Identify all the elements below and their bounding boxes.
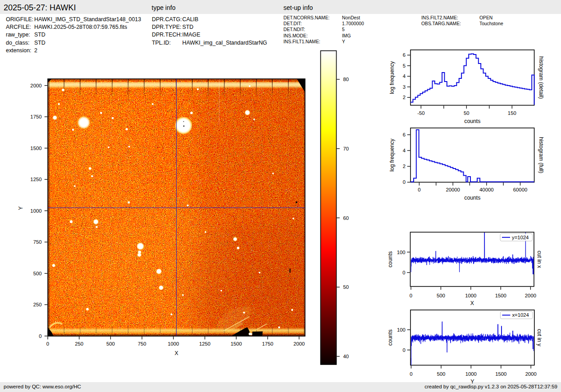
svg-text:150: 150 bbox=[508, 110, 516, 116]
svg-text:counts: counts bbox=[464, 118, 480, 124]
svg-text:60: 60 bbox=[343, 215, 349, 221]
svg-text:2000: 2000 bbox=[293, 341, 305, 346]
svg-text:Y: Y bbox=[470, 378, 474, 385]
svg-text:250: 250 bbox=[75, 341, 83, 346]
svg-text:1750: 1750 bbox=[262, 341, 273, 346]
svg-text:0: 0 bbox=[418, 187, 420, 192]
svg-text:4: 4 bbox=[403, 73, 406, 79]
svg-text:80: 80 bbox=[343, 77, 349, 82]
svg-text:3: 3 bbox=[403, 84, 406, 90]
svg-text:100: 100 bbox=[397, 327, 406, 333]
svg-text:cut in y: cut in y bbox=[536, 329, 543, 347]
svg-text:1500: 1500 bbox=[495, 293, 506, 298]
svg-text:6: 6 bbox=[403, 132, 406, 137]
svg-text:50: 50 bbox=[343, 284, 349, 290]
svg-text:0: 0 bbox=[403, 179, 406, 185]
svg-text:0: 0 bbox=[46, 341, 49, 346]
svg-text:5: 5 bbox=[403, 63, 406, 68]
svg-text:4: 4 bbox=[403, 148, 406, 153]
svg-text:500: 500 bbox=[437, 293, 445, 298]
svg-text:500: 500 bbox=[437, 371, 445, 377]
svg-text:1250: 1250 bbox=[199, 341, 210, 346]
svg-text:0: 0 bbox=[410, 293, 412, 298]
svg-text:2: 2 bbox=[403, 95, 406, 100]
svg-text:40000: 40000 bbox=[479, 187, 493, 192]
svg-text:750: 750 bbox=[33, 239, 42, 245]
svg-text:500: 500 bbox=[106, 341, 115, 346]
svg-text:60000: 60000 bbox=[513, 187, 527, 192]
svg-text:250: 250 bbox=[33, 302, 42, 307]
svg-text:50: 50 bbox=[464, 110, 470, 116]
svg-text:log frequency: log frequency bbox=[389, 61, 395, 94]
svg-text:0: 0 bbox=[39, 333, 41, 339]
svg-text:y=1024: y=1024 bbox=[512, 235, 529, 240]
svg-text:2: 2 bbox=[403, 164, 406, 169]
svg-text:1500: 1500 bbox=[30, 146, 41, 151]
svg-text:1750: 1750 bbox=[30, 114, 41, 119]
svg-text:0: 0 bbox=[403, 347, 406, 353]
svg-text:histogram (full): histogram (full) bbox=[538, 137, 544, 173]
svg-text:1000: 1000 bbox=[30, 208, 41, 214]
svg-text:70: 70 bbox=[343, 146, 349, 151]
svg-text:-50: -50 bbox=[417, 110, 424, 116]
svg-text:counts: counts bbox=[387, 251, 393, 268]
svg-text:X: X bbox=[470, 300, 474, 306]
svg-text:0: 0 bbox=[402, 270, 405, 275]
svg-text:histogram (detail): histogram (detail) bbox=[538, 56, 544, 99]
svg-text:1500: 1500 bbox=[231, 341, 242, 346]
svg-text:1250: 1250 bbox=[30, 177, 41, 182]
svg-text:1500: 1500 bbox=[495, 371, 506, 377]
svg-text:2000: 2000 bbox=[525, 371, 537, 377]
svg-text:counts: counts bbox=[464, 195, 480, 201]
svg-text:100: 100 bbox=[397, 250, 406, 255]
svg-text:2000: 2000 bbox=[525, 293, 536, 298]
svg-text:2000: 2000 bbox=[30, 83, 41, 88]
svg-text:X: X bbox=[174, 350, 178, 356]
svg-text:1000: 1000 bbox=[168, 341, 179, 346]
svg-text:Y: Y bbox=[18, 206, 24, 210]
svg-text:x=1024: x=1024 bbox=[512, 312, 529, 318]
svg-text:cut in x: cut in x bbox=[536, 251, 543, 268]
svg-text:40: 40 bbox=[343, 354, 349, 359]
svg-text:6: 6 bbox=[403, 52, 406, 58]
svg-text:counts: counts bbox=[387, 329, 393, 346]
svg-text:750: 750 bbox=[138, 341, 146, 346]
svg-text:log frequency: log frequency bbox=[389, 138, 395, 172]
svg-text:20000: 20000 bbox=[446, 187, 460, 192]
svg-text:500: 500 bbox=[33, 271, 42, 276]
svg-text:1000: 1000 bbox=[465, 371, 477, 377]
svg-text:1000: 1000 bbox=[465, 293, 476, 298]
svg-text:0: 0 bbox=[410, 371, 412, 377]
